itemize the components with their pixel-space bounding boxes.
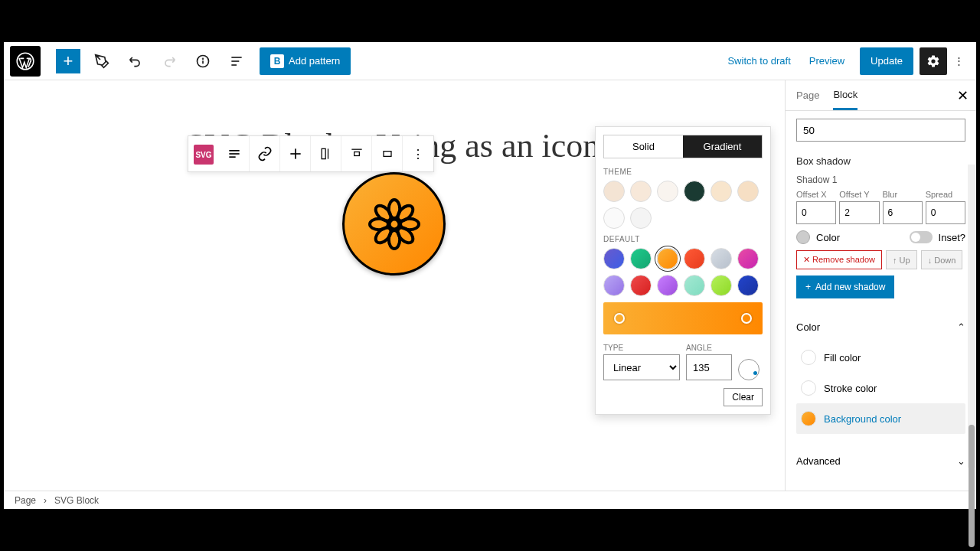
blur-label: Blur: [883, 190, 923, 199]
theme-swatch[interactable]: [630, 181, 652, 202]
svg-rect-9: [229, 156, 235, 158]
theme-swatch[interactable]: [603, 181, 625, 202]
align-icon[interactable]: [219, 136, 250, 171]
close-sidebar-icon[interactable]: ✕: [957, 87, 969, 104]
color-section-header[interactable]: Color⌃: [796, 312, 965, 342]
undo-icon[interactable]: [123, 49, 148, 73]
add-pattern-button[interactable]: BAdd pattern: [260, 47, 351, 75]
breadcrumb-separator-icon: ›: [44, 495, 47, 506]
svg-point-17: [389, 219, 399, 229]
default-label: DEFAULT: [603, 235, 763, 243]
svg-rect-16: [384, 152, 391, 157]
gradient-type-select[interactable]: Linear: [603, 354, 680, 380]
offset-x-input[interactable]: [796, 201, 836, 224]
offset-y-label: Offset Y: [839, 190, 879, 199]
top-toolbar: + BAdd pattern Switch to draft Preview U…: [4, 42, 976, 80]
link-icon[interactable]: [250, 136, 280, 171]
tab-gradient[interactable]: Gradient: [683, 135, 762, 158]
preview-button[interactable]: Preview: [800, 55, 854, 67]
offset-y-input[interactable]: [839, 201, 879, 224]
default-swatch[interactable]: [710, 275, 732, 296]
gradient-stop-right[interactable]: [741, 313, 752, 324]
justify-icon[interactable]: [311, 136, 341, 171]
outline-icon[interactable]: [224, 49, 249, 73]
tab-solid[interactable]: Solid: [604, 135, 683, 158]
spread-label: Spread: [926, 190, 965, 199]
sidebar-tab-block[interactable]: Block: [833, 81, 858, 110]
breadcrumb-page[interactable]: Page: [15, 495, 36, 506]
theme-swatch[interactable]: [737, 181, 759, 202]
breadcrumb-bar: Page › SVG Block: [4, 491, 976, 509]
gradient-bar[interactable]: [603, 302, 763, 334]
svg-point-3: [203, 58, 204, 59]
inset-toggle[interactable]: [910, 231, 933, 243]
angle-dial[interactable]: [738, 359, 760, 380]
wordpress-logo[interactable]: [10, 46, 41, 77]
scrollbar-vertical[interactable]: [968, 165, 975, 468]
shadow-color-swatch[interactable]: [796, 230, 810, 244]
default-swatch[interactable]: [630, 248, 652, 269]
default-swatch[interactable]: [684, 275, 705, 296]
add-block-button[interactable]: +: [56, 49, 80, 73]
remove-shadow-button[interactable]: ✕ Remove shadow: [796, 250, 882, 269]
width-icon[interactable]: [372, 136, 403, 171]
theme-swatch[interactable]: [630, 207, 652, 229]
move-up-button[interactable]: ↑ Up: [886, 250, 917, 269]
svg-rect-8: [229, 153, 239, 155]
move-down-button[interactable]: ↓ Down: [921, 250, 963, 269]
inset-label: Inset?: [939, 232, 965, 243]
settings-icon[interactable]: [920, 47, 947, 75]
default-swatch[interactable]: [657, 248, 678, 269]
breadcrumb-block[interactable]: SVG Block: [54, 495, 99, 506]
default-swatch[interactable]: [737, 248, 759, 269]
add-shadow-button[interactable]: + Add new shadow: [796, 276, 894, 298]
block-type-svg-icon[interactable]: SVG: [194, 145, 214, 165]
more-block-options-icon[interactable]: ⋮: [403, 136, 433, 171]
theme-swatch[interactable]: [603, 207, 625, 229]
default-swatch[interactable]: [603, 275, 625, 296]
info-icon[interactable]: [191, 49, 215, 73]
sidebar-tab-page[interactable]: Page: [796, 82, 819, 109]
default-swatch[interactable]: [630, 275, 652, 296]
default-swatch[interactable]: [737, 275, 759, 296]
block-toolbar: SVG ⋮: [188, 135, 434, 172]
theme-swatch[interactable]: [657, 181, 678, 202]
box-shadow-title: Box shadow: [796, 155, 965, 167]
default-swatch[interactable]: [603, 248, 625, 269]
clear-button[interactable]: Clear: [724, 388, 763, 406]
svg-rect-7: [229, 150, 239, 152]
angle-input[interactable]: [686, 354, 732, 380]
spread-input[interactable]: [926, 201, 965, 224]
svg-rect-11: [290, 153, 300, 155]
edit-mode-icon[interactable]: [90, 49, 114, 73]
type-label: TYPE: [603, 344, 680, 352]
more-options-icon[interactable]: ⋮: [947, 47, 970, 75]
theme-swatches: [603, 181, 763, 229]
fill-color-item[interactable]: Fill color: [796, 342, 965, 373]
blur-input[interactable]: [883, 201, 923, 224]
default-swatches: [603, 248, 763, 296]
offset-x-label: Offset X: [796, 190, 836, 199]
settings-sidebar: Page Block ✕ Box shadow Shadow 1 Offset …: [785, 80, 976, 491]
theme-swatch[interactable]: [710, 181, 732, 202]
svg-rect-15: [354, 152, 359, 156]
value-input[interactable]: [796, 119, 965, 142]
add-icon[interactable]: [280, 136, 311, 171]
default-swatch[interactable]: [710, 248, 732, 269]
default-swatch[interactable]: [657, 275, 678, 296]
default-swatch[interactable]: [684, 248, 705, 269]
advanced-section-header[interactable]: Advanced⌄: [796, 446, 965, 476]
redo-icon[interactable]: [157, 49, 181, 73]
angle-label: ANGLE: [686, 344, 732, 352]
theme-swatch[interactable]: [684, 181, 705, 202]
shadow-1-label: Shadow 1: [796, 174, 965, 185]
vertical-align-icon[interactable]: [341, 136, 372, 171]
update-button[interactable]: Update: [860, 47, 913, 75]
stroke-color-item[interactable]: Stroke color: [796, 373, 965, 403]
gradient-stop-left[interactable]: [614, 313, 625, 324]
svg-block-preview[interactable]: [342, 172, 446, 276]
editor-canvas: SVG Block – Using as an icon SVG ⋮: [4, 80, 785, 491]
background-color-item[interactable]: Background color: [796, 403, 965, 434]
theme-label: THEME: [603, 168, 763, 176]
switch-to-draft-button[interactable]: Switch to draft: [718, 55, 799, 67]
